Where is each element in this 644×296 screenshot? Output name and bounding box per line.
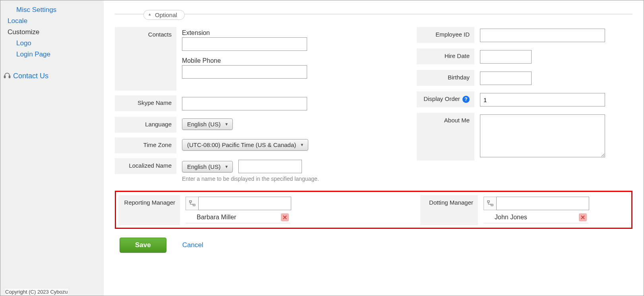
main-content: Optional Contacts Extension Mobile Phone… (104, 0, 644, 296)
label-extension: Extension (182, 29, 417, 37)
svg-rect-4 (487, 201, 489, 202)
label-localized-name: Localized Name (115, 158, 176, 174)
help-icon[interactable]: ? (462, 96, 470, 103)
sidebar: Misc Settings Locale Customize Logo Logi… (0, 0, 104, 296)
nav-contact-us[interactable]: Contact Us (13, 70, 48, 82)
dotting-manager-chip: John Jones (483, 211, 588, 223)
fieldset-divider (115, 14, 632, 14)
birthday-input[interactable] (480, 72, 532, 85)
nav-login-page[interactable]: Login Page (8, 49, 104, 60)
close-icon (283, 215, 287, 219)
org-tree-icon (189, 200, 195, 207)
chevron-down-icon: ▼ (224, 122, 228, 126)
reporting-manager-tree-button[interactable] (186, 197, 198, 210)
headset-icon (4, 72, 11, 80)
label-language: Language (115, 117, 176, 133)
mobile-phone-input[interactable] (182, 65, 307, 79)
label-about-me: About Me (417, 113, 474, 161)
fieldset-toggle-optional[interactable]: Optional (143, 10, 185, 20)
localized-name-input[interactable] (238, 160, 302, 173)
language-select-value: English (US) (187, 121, 220, 128)
save-button[interactable]: Save (120, 238, 166, 253)
timezone-select[interactable]: (UTC-08:00) Pacific Time (US & Canada) ▼ (182, 139, 308, 151)
label-birthday: Birthday (417, 70, 474, 86)
managers-highlight-box: Reporting Manager Barbara Miller (115, 191, 632, 229)
dotting-manager-remove-button[interactable] (579, 213, 587, 221)
svg-rect-0 (4, 76, 6, 78)
chevron-down-icon: ▼ (300, 143, 304, 147)
localized-lang-value: English (US) (187, 163, 220, 170)
timezone-select-value: (UTC-08:00) Pacific Time (US & Canada) (187, 141, 296, 148)
dotting-manager-name: John Jones (495, 214, 527, 221)
about-me-textarea[interactable] (480, 114, 605, 157)
localized-lang-select[interactable]: English (US) ▼ (182, 161, 233, 172)
label-display-order: Display Order ? (417, 91, 474, 107)
label-contacts: Contacts (115, 27, 176, 91)
employee-id-input[interactable] (480, 29, 605, 42)
svg-rect-1 (9, 76, 10, 78)
svg-rect-2 (190, 201, 191, 202)
label-employee-id: Employee ID (417, 27, 474, 43)
copyright-text: Copyright (C) 2023 Cybozu (5, 289, 68, 295)
language-select[interactable]: English (US) ▼ (182, 118, 233, 130)
localized-name-hint: Enter a name to be displayed in the spec… (182, 176, 417, 182)
dotting-manager-tree-button[interactable] (483, 197, 496, 210)
label-timezone: Time Zone (115, 137, 176, 153)
svg-rect-3 (193, 204, 195, 206)
reporting-manager-remove-button[interactable] (281, 213, 289, 221)
svg-rect-5 (491, 204, 493, 206)
reporting-manager-chip: Barbara Miller (186, 211, 290, 223)
nav-customize-section: Customize (8, 27, 104, 38)
display-order-input[interactable] (480, 93, 605, 106)
nav-logo[interactable]: Logo (8, 38, 104, 49)
reporting-manager-name: Barbara Miller (197, 214, 236, 221)
org-tree-icon (487, 200, 493, 207)
nav-misc-settings[interactable]: Misc Settings (8, 4, 104, 15)
label-skype: Skype Name (115, 95, 176, 111)
label-reporting-manager: Reporting Manager (118, 195, 180, 225)
reporting-manager-input[interactable] (198, 197, 291, 210)
nav-locale[interactable]: Locale (8, 15, 104, 27)
extension-input[interactable] (182, 37, 307, 51)
chevron-down-icon: ▼ (224, 164, 228, 169)
label-hire-date: Hire Date (417, 48, 474, 64)
cancel-link[interactable]: Cancel (182, 241, 203, 249)
label-mobile-phone: Mobile Phone (182, 57, 417, 64)
close-icon (581, 215, 585, 219)
label-dotting-manager: Dotting Manager (420, 195, 478, 225)
dotting-manager-input[interactable] (496, 197, 589, 210)
skype-input[interactable] (182, 97, 307, 110)
hire-date-input[interactable] (480, 50, 532, 64)
